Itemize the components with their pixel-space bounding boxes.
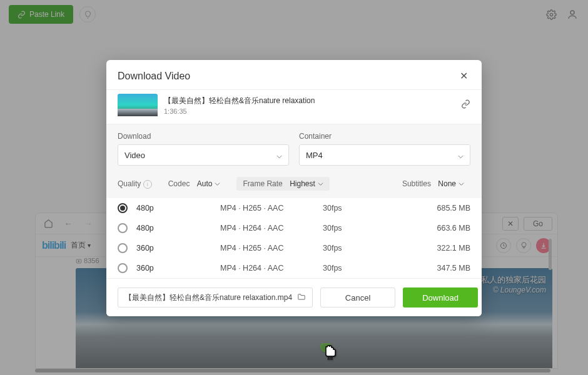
quality-size: 322.1 MB — [437, 244, 470, 252]
quality-row[interactable]: 480pMP4 · H265 · AAC30fps685.5 MB — [106, 198, 482, 218]
quality-spec: MP4 · H265 · AAC — [220, 244, 314, 252]
quality-size: 663.6 MB — [437, 224, 470, 232]
quality-row[interactable]: 360pMP4 · H265 · AAC30fps322.1 MB — [106, 238, 482, 258]
video-duration: 1:36:35 — [164, 108, 315, 115]
close-icon[interactable]: ✕ — [457, 69, 470, 83]
chevron-down-icon — [276, 149, 282, 161]
subtitles-filter[interactable]: Subtitles None — [396, 177, 470, 191]
quality-spec: MP4 · H264 · AAC — [220, 264, 314, 272]
quality-spec: MP4 · H264 · AAC — [220, 224, 314, 232]
chevron-down-icon — [318, 181, 323, 187]
filename-value: 【最美自然】轻松自然&音乐nature relaxation.mp4 — [124, 292, 292, 303]
radio-button[interactable] — [118, 223, 128, 233]
quality-size: 347.5 MB — [437, 264, 470, 272]
container-label: Container — [299, 132, 470, 141]
video-thumbnail — [118, 94, 158, 116]
quality-label: 480p — [136, 204, 211, 212]
quality-label: 480p — [136, 224, 211, 232]
quality-row[interactable]: 360pMP4 · H264 · AAC30fps347.5 MB — [106, 258, 482, 278]
download-type-value: Video — [124, 151, 145, 160]
quality-label: 360p — [136, 264, 211, 272]
framerate-filter[interactable]: Frame Rate Highest — [236, 177, 329, 191]
info-icon[interactable]: i — [143, 180, 152, 189]
radio-button[interactable] — [118, 263, 128, 273]
download-button[interactable]: Download — [403, 288, 478, 308]
quality-label: Quality i — [118, 179, 152, 189]
quality-fps: 30fps — [323, 224, 373, 232]
quality-fps: 30fps — [323, 244, 373, 252]
chevron-down-icon — [458, 149, 464, 161]
quality-fps: 30fps — [323, 264, 373, 272]
modal-overlay: Download Video ✕ 【最美自然】轻松自然&音乐nature rel… — [0, 0, 588, 375]
download-type-label: Download — [118, 132, 289, 141]
quality-row[interactable]: 480pMP4 · H264 · AAC30fps663.6 MB — [106, 218, 482, 238]
filename-input[interactable]: 【最美自然】轻松自然&音乐nature relaxation.mp4 — [118, 288, 313, 308]
modal-title: Download Video — [118, 71, 190, 82]
quality-size: 685.5 MB — [437, 204, 470, 212]
radio-button[interactable] — [118, 203, 128, 213]
container-value: MP4 — [306, 151, 323, 160]
folder-icon[interactable] — [297, 292, 306, 303]
chevron-down-icon — [459, 181, 464, 187]
cancel-button[interactable]: Cancel — [320, 288, 395, 308]
quality-fps: 30fps — [323, 204, 373, 212]
open-link-icon[interactable] — [461, 99, 470, 111]
download-modal: Download Video ✕ 【最美自然】轻松自然&音乐nature rel… — [106, 60, 482, 316]
radio-button[interactable] — [118, 243, 128, 253]
video-title: 【最美自然】轻松自然&音乐nature relaxation — [164, 96, 315, 106]
container-select[interactable]: MP4 — [299, 144, 470, 166]
quality-list: 480pMP4 · H265 · AAC30fps685.5 MB480pMP4… — [106, 198, 482, 278]
codec-filter[interactable]: Codec Auto — [162, 177, 227, 191]
chevron-down-icon — [215, 181, 220, 187]
download-type-select[interactable]: Video — [118, 144, 289, 166]
quality-label: 360p — [136, 244, 211, 252]
quality-spec: MP4 · H265 · AAC — [220, 204, 314, 212]
